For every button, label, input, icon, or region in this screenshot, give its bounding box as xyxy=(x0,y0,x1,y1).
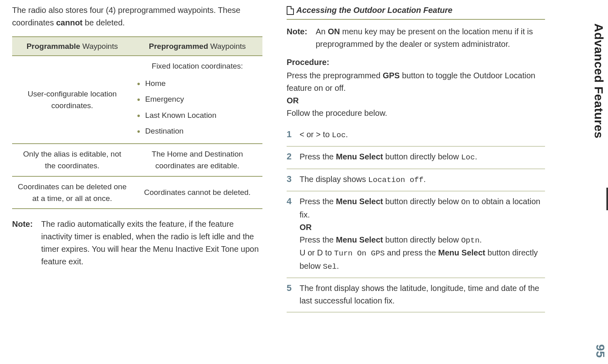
cell: Coordinates can be deleted one at a time… xyxy=(12,176,132,209)
code: Turn On GPS xyxy=(334,249,385,258)
text: to xyxy=(325,248,334,257)
th-rest: Waypoints xyxy=(208,42,246,50)
or-label: OR xyxy=(287,96,299,105)
text: or xyxy=(308,248,317,257)
text: . xyxy=(337,261,339,270)
list-item: Last Known Location xyxy=(137,107,258,123)
step-item: Press the Menu Select button directly be… xyxy=(287,146,545,169)
text: The display shows xyxy=(300,175,368,184)
th-bold: Preprogrammed xyxy=(149,42,208,50)
step-item: The front display shows the latitude, lo… xyxy=(287,278,545,312)
note-text: The radio automatically exits the featur… xyxy=(41,218,262,268)
text: The front display shows the latitude, lo… xyxy=(300,284,539,305)
table-row: Only the alias is editable, not the coor… xyxy=(12,144,262,176)
cell: The Home and Destination coordinates are… xyxy=(132,144,262,176)
step-item: Press the Menu Select button directly be… xyxy=(287,191,545,278)
note-label: Note: xyxy=(12,218,37,268)
text: button directly below xyxy=(383,152,461,161)
text-bold: GPS xyxy=(383,71,400,80)
cell: Only the alias is editable, not the coor… xyxy=(12,144,132,176)
text: > xyxy=(314,130,323,139)
text: U xyxy=(300,248,308,257)
page-number: 95 xyxy=(593,344,607,358)
step-item: < or > to Loc. xyxy=(287,124,545,146)
text-bold: cannot xyxy=(56,18,83,27)
procedure-label: Procedure: xyxy=(287,56,545,69)
code: Loc xyxy=(332,131,346,140)
code: Sel xyxy=(323,262,337,271)
text: < xyxy=(300,130,306,139)
code: On xyxy=(461,198,470,207)
text-bold: ON xyxy=(328,27,340,36)
cell: User-configurable location coordinates. xyxy=(12,56,132,143)
table-row: Coordinates can be deleted one at a time… xyxy=(12,176,262,209)
side-tab-marker xyxy=(606,188,608,210)
list-item: Destination xyxy=(137,123,258,139)
waypoint-intro: The radio also stores four (4) preprogra… xyxy=(12,4,262,29)
text-bold: Menu Select xyxy=(438,248,485,257)
text: . xyxy=(480,235,482,244)
text: The radio also stores four (4) preprogra… xyxy=(12,6,240,27)
note-label: Note: xyxy=(287,25,312,50)
text: be deleted. xyxy=(83,18,125,27)
section-title-text: Accessing the Outdoor Location Feature xyxy=(296,4,453,17)
text: . xyxy=(424,175,426,184)
waypoints-table: Programmable Waypoints Preprogrammed Way… xyxy=(12,36,262,209)
right-column: Accessing the Outdoor Location Feature N… xyxy=(287,4,545,356)
th-bold: Programmable xyxy=(27,42,80,50)
left-column: The radio also stores four (4) preprogra… xyxy=(12,4,262,356)
or-label: OR xyxy=(300,223,312,232)
fixed-list: Home Emergency Last Known Location Desti… xyxy=(137,75,258,139)
text: button directly below xyxy=(383,197,461,206)
text: to xyxy=(323,130,332,139)
text: and press the xyxy=(385,248,438,257)
procedure-intro: Press the preprogrammed GPS button to to… xyxy=(287,69,545,119)
text: Press the preprogrammed xyxy=(287,71,383,80)
text: Press the xyxy=(300,152,336,161)
table-row: User-configurable location coordinates. … xyxy=(12,56,262,143)
section-title: Accessing the Outdoor Location Feature xyxy=(287,4,545,20)
text-bold: Menu Select xyxy=(336,197,383,206)
steps-list: < or > to Loc. Press the Menu Select but… xyxy=(287,124,545,312)
text: An xyxy=(316,27,328,36)
text-bold: Menu Select xyxy=(336,235,383,244)
text: or xyxy=(306,130,314,139)
text-bold: Menu Select xyxy=(336,152,383,161)
code: Location off xyxy=(368,176,424,184)
text: . xyxy=(346,130,348,139)
code: Optn xyxy=(461,236,480,245)
text: D xyxy=(317,248,325,257)
side-tab-label: Advanced Features xyxy=(592,23,606,138)
cell: Coordinates cannot be deleted. xyxy=(132,176,262,209)
note-block: Note: The radio automatically exits the … xyxy=(12,218,262,268)
text: Press the xyxy=(300,197,336,206)
list-item: Home xyxy=(137,75,258,91)
text: . xyxy=(475,152,477,161)
text: menu key may be present on the location … xyxy=(316,27,533,48)
code: Loc xyxy=(461,153,475,162)
document-icon xyxy=(287,6,294,15)
col-header-preprogrammed: Preprogrammed Waypoints xyxy=(132,37,262,56)
list-item: Emergency xyxy=(137,91,258,107)
text: button directly below xyxy=(383,235,461,244)
step-item: The display shows Location off. xyxy=(287,169,545,191)
note-block: Note: An ON menu key may be present on t… xyxy=(287,25,545,50)
cell: Fixed location coordinates: Home Emergen… xyxy=(132,56,262,143)
fixed-title: Fixed location coordinates: xyxy=(137,60,258,72)
th-rest: Waypoints xyxy=(80,42,118,50)
col-header-programmable: Programmable Waypoints xyxy=(12,37,132,56)
text: Follow the procedure below. xyxy=(287,109,387,117)
text: Press the xyxy=(300,235,336,244)
note-text: An ON menu key may be present on the loc… xyxy=(316,25,545,50)
